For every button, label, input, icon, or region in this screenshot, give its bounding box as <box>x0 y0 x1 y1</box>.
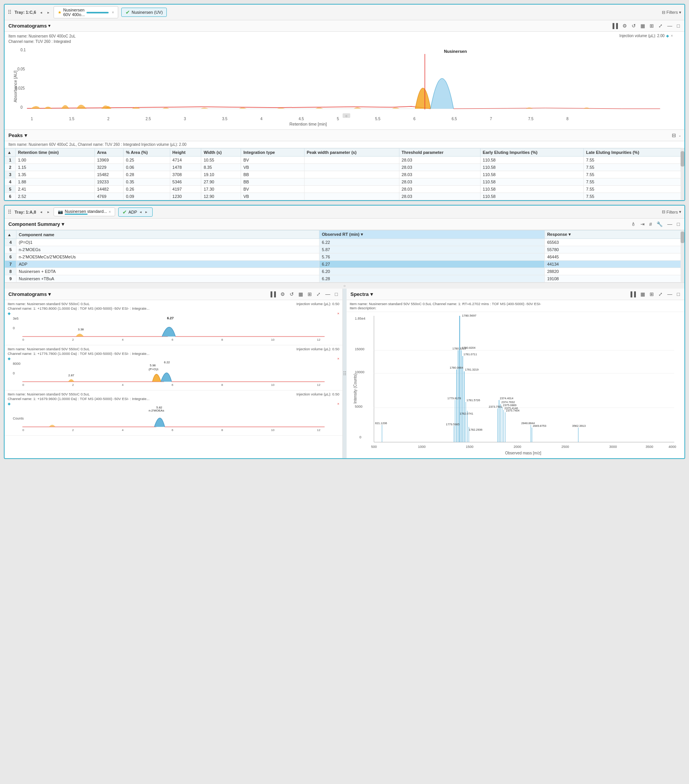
nav-prev-1[interactable]: ◂ <box>39 10 43 15</box>
mini-close-1[interactable]: × <box>337 311 339 316</box>
peaks-filter-dash[interactable]: - <box>679 133 681 138</box>
peaks-table: ▲ Retention time (min) Area % Area (%) H… <box>5 148 684 200</box>
tab1-panel2[interactable]: 📷 Nusinersen standard... × <box>54 208 115 216</box>
mini-minimize[interactable]: — <box>324 291 331 298</box>
nav-next-1[interactable]: ▸ <box>46 10 51 15</box>
comp-maximize[interactable]: □ <box>676 221 681 228</box>
gear-icon[interactable]: ⚙ <box>622 22 628 30</box>
mini-undo[interactable]: ↺ <box>289 291 294 298</box>
mini-pin-1[interactable]: ◆ <box>8 311 11 315</box>
svg-text:4: 4 <box>122 428 124 432</box>
comp-scrollbar[interactable] <box>681 230 684 283</box>
col-header-rt[interactable]: Retention time (min) <box>16 148 95 156</box>
table-row[interactable]: 6 n-2'MOE5MeCs/2'MOE5MeUs 5.76 46445 <box>5 254 684 261</box>
tab-close[interactable]: × <box>112 10 114 15</box>
table-row[interactable]: 5 2.41 14482 0.26 4197 17.30 BV 28.03 11… <box>5 186 684 193</box>
spectra-layout[interactable]: ⊞ <box>649 291 654 298</box>
spectra-minimize[interactable]: — <box>666 291 673 298</box>
expand-icon-center[interactable]: ○ <box>343 284 345 288</box>
col-header-late[interactable]: Late Eluting Impurities (%) <box>584 148 684 156</box>
cell-height: 4714 <box>170 156 201 164</box>
maximize-icon[interactable]: □ <box>676 22 681 30</box>
svg-text:0: 0 <box>13 371 15 375</box>
table-row[interactable]: 9 Nusinersen +TBuA 6.28 19108 <box>5 275 684 283</box>
mini-barchart[interactable]: ▐▐ <box>268 291 276 298</box>
col-header-threshold[interactable]: Threshold parameter <box>399 148 480 156</box>
chrom-dropdown-icon[interactable]: ▾ <box>48 23 51 28</box>
spectra-grid[interactable]: ▦ <box>640 291 646 298</box>
mini-gear[interactable]: ⚙ <box>280 291 286 298</box>
layout-icon[interactable]: ⊞ <box>649 22 654 30</box>
col-header-area-pct[interactable]: % Area (%) <box>123 148 170 156</box>
tab2-prev[interactable]: ◂ <box>138 209 143 215</box>
nav2-next[interactable]: ▸ <box>46 209 51 215</box>
cell-integration: BB <box>241 178 304 186</box>
share-icon[interactable]: ⇥ <box>640 221 645 228</box>
expand-icon[interactable]: ⤢ <box>658 22 663 30</box>
minimize-icon[interactable]: — <box>666 22 673 30</box>
grid-icon[interactable]: ▦ <box>640 22 646 30</box>
nav2-prev[interactable]: ◂ <box>39 209 43 215</box>
tab1-close[interactable]: × <box>109 210 111 214</box>
inj-vol-close[interactable]: × <box>671 34 673 38</box>
filter-button-2[interactable]: ⊟ Filters ▾ <box>662 209 681 214</box>
svg-text:0: 0 <box>23 428 25 432</box>
col-header-area[interactable]: Area <box>94 148 123 156</box>
table-row[interactable]: 6 2.52 4769 0.09 1230 12.90 VB 28.03 110… <box>5 193 684 200</box>
mini-pin-2[interactable]: ◆ <box>8 356 11 361</box>
table-row[interactable]: 3 1.35 15482 0.28 3708 19.10 BB 28.03 11… <box>5 171 684 178</box>
comp-scrollbar-thumb[interactable] <box>681 232 684 243</box>
peaks-dropdown[interactable]: ▾ <box>25 132 27 138</box>
undo-icon[interactable]: ↺ <box>631 22 636 30</box>
cell-threshold: 28.03 <box>399 193 480 200</box>
mini-grid[interactable]: ▦ <box>298 291 304 298</box>
table-row[interactable]: 8 Nusinersen + EDTA 6.20 28820 <box>5 268 684 275</box>
row-num: 5 <box>5 186 16 193</box>
mini-close-2[interactable]: × <box>337 356 339 361</box>
col-header-peak-width[interactable]: Peak width parameter (s) <box>304 148 399 156</box>
mini-expand[interactable]: ⤢ <box>316 291 321 298</box>
panel-divider[interactable]: ⠿ <box>343 289 347 458</box>
hash-icon[interactable]: # <box>648 221 653 228</box>
tab2-panel1[interactable]: ✔ Nusinersen (UV) <box>121 8 167 17</box>
comp-col-response[interactable]: Response ▾ <box>545 231 684 239</box>
table-row[interactable]: 1 1.00 13969 0.25 4714 10.55 BV 28.03 11… <box>5 156 684 164</box>
filter-button-1[interactable]: ⊟ Filters ▾ <box>662 10 681 15</box>
table-row[interactable]: 5 n-2'MOEGs 5.87 55780 <box>5 246 684 254</box>
inj-vol-link[interactable]: ◆ <box>666 34 669 38</box>
scrollbar-v[interactable] <box>681 148 684 200</box>
tab2-panel2[interactable]: ✔ ADP ◂ ▸ <box>118 208 153 217</box>
cell-integration: BV <box>241 186 304 193</box>
scrollbar-thumb[interactable] <box>681 151 684 166</box>
spectra-barchart[interactable]: ▐▐ <box>628 291 636 298</box>
svg-text:5: 5 <box>337 117 339 121</box>
mini-pin-3[interactable]: ◆ <box>8 402 11 406</box>
barchart-icon[interactable]: ▐▐ <box>610 22 618 30</box>
table-row[interactable]: 2 1.15 3229 0.06 1478 8.35 VB 28.03 110.… <box>5 164 684 171</box>
spectra-expand[interactable]: ⤢ <box>658 291 663 298</box>
spectra-dropdown[interactable]: ▾ <box>370 292 373 297</box>
spectra-maximize[interactable]: □ <box>676 291 681 298</box>
comp-minimize[interactable]: — <box>666 221 673 228</box>
table-row[interactable]: 7 ADP 6.27 44134 <box>5 261 684 268</box>
mini-maximize[interactable]: □ <box>334 291 339 298</box>
cell-late: 7.55 <box>584 171 684 178</box>
wrench-icon[interactable]: 🔧 <box>656 221 663 228</box>
peaks-filter-icon[interactable]: ⊟ <box>671 132 677 139</box>
cell-area: 15482 <box>94 171 123 178</box>
mini-close-3[interactable]: × <box>337 402 339 406</box>
mini-chrom-dropdown[interactable]: ▾ <box>48 292 51 297</box>
table-row[interactable]: 4 (P=O)1 6.22 65563 <box>5 239 684 246</box>
candle-icon[interactable]: 🕯 <box>630 221 636 228</box>
tab1-panel1[interactable]: ★ Nusinersen 60V 400o... × <box>54 6 118 18</box>
comp-col-name[interactable]: Component name <box>16 231 319 239</box>
table-row[interactable]: 4 1.88 19233 0.35 5346 27.90 BB 28.03 11… <box>5 178 684 186</box>
col-header-height[interactable]: Height <box>170 148 201 156</box>
col-header-early[interactable]: Early Eluting Impurities (%) <box>480 148 584 156</box>
comp-col-rt[interactable]: Observed RT (min) ▾ <box>319 231 545 239</box>
comp-dropdown[interactable]: ▾ <box>62 221 64 227</box>
tab2-next[interactable]: ▸ <box>144 209 148 215</box>
col-header-width[interactable]: Width (s) <box>201 148 241 156</box>
mini-layout[interactable]: ⊞ <box>307 291 312 298</box>
col-header-integration[interactable]: Integration type <box>241 148 304 156</box>
